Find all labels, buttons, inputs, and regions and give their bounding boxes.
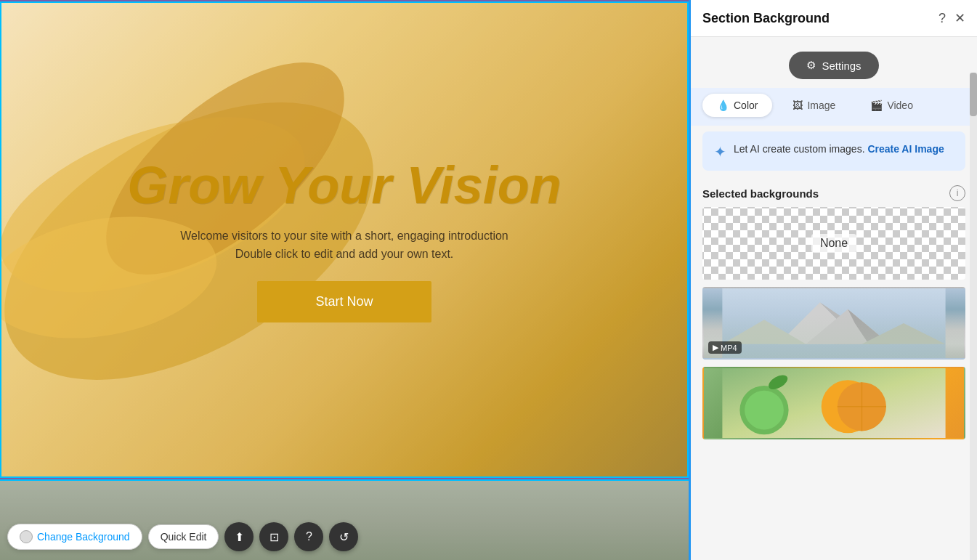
svg-marker-9 — [722, 320, 806, 344]
panel-header-icons: ? ✕ — [939, 10, 965, 26]
help-button[interactable]: ? — [294, 522, 323, 551]
panel-header: Section Background ? ✕ — [691, 0, 977, 37]
right-panel: Section Background ? ✕ ⚙ Settings 💧 Colo… — [689, 0, 977, 560]
tab-color[interactable]: 💧 Color — [702, 94, 772, 117]
ai-banner: ✦ Let AI create custom images. Create AI… — [702, 131, 965, 171]
svg-marker-10 — [862, 323, 945, 344]
change-background-button[interactable]: Change Background — [7, 524, 142, 550]
svg-rect-4 — [722, 288, 945, 358]
selected-backgrounds-title: Selected backgrounds — [702, 187, 819, 200]
toggle-dot — [20, 530, 33, 543]
settings2-button[interactable]: ↺ — [329, 522, 358, 551]
help-icon: ? — [306, 530, 312, 543]
hero-content: Grow Your Vision Welcome visitors to you… — [127, 157, 561, 322]
ai-sparkle-icon: ✦ — [714, 143, 726, 161]
selected-backgrounds-header: Selected backgrounds i — [691, 176, 977, 207]
background-item-mountain[interactable]: ▶ MP4 — [702, 287, 965, 360]
question-icon: ? — [939, 11, 946, 25]
canvas-area: Grow Your Vision Welcome visitors to you… — [0, 0, 689, 560]
background-item-none[interactable]: None — [702, 207, 965, 280]
video-icon: 🎬 — [870, 100, 883, 111]
panel-title: Section Background — [702, 11, 830, 26]
quick-edit-button[interactable]: Quick Edit — [148, 524, 219, 549]
layers-icon: ⬆ — [235, 530, 244, 544]
panel-close-button[interactable]: ✕ — [954, 10, 965, 26]
citrus-bg-svg — [704, 368, 964, 438]
mountain-bg-svg — [704, 288, 964, 358]
svg-marker-8 — [848, 309, 890, 344]
ai-banner-main-text: Let AI create custom images. — [734, 143, 865, 155]
panel-scrollbar-track[interactable] — [970, 73, 977, 560]
svg-marker-7 — [806, 309, 890, 344]
tab-image[interactable]: 🖼 Image — [778, 94, 850, 117]
svg-point-13 — [745, 391, 784, 430]
tab-video-label: Video — [887, 100, 913, 111]
settings-area: ⚙ Settings — [691, 37, 977, 88]
tab-color-label: Color — [734, 100, 758, 111]
panel-scrollbar-thumb[interactable] — [970, 73, 977, 116]
start-now-button[interactable]: Start Now — [257, 281, 431, 322]
crop-icon: ⊡ — [269, 530, 279, 544]
background-none-label: None — [811, 234, 856, 253]
bottom-toolbar: Change Background Quick Edit ⬆ ⊡ ? ↺ — [7, 522, 358, 551]
background-item-citrus[interactable] — [702, 367, 965, 439]
tab-video[interactable]: 🎬 Video — [856, 94, 928, 117]
background-list[interactable]: None ▶ MP4 — [691, 207, 977, 560]
video-badge: ▶ MP4 — [708, 341, 742, 354]
info-icon: i — [957, 188, 959, 198]
tab-row: 💧 Color 🖼 Image 🎬 Video — [691, 88, 977, 126]
play-icon: ▶ — [713, 343, 718, 352]
settings-label: Settings — [822, 60, 861, 72]
close-icon: ✕ — [954, 11, 965, 25]
tab-image-label: Image — [807, 100, 835, 111]
panel-help-button[interactable]: ? — [939, 11, 946, 26]
hero-subtitle-line2: Double click to edit and add your own te… — [235, 248, 454, 260]
change-bg-label: Change Background — [37, 531, 130, 543]
ai-banner-text: Let AI create custom images. Create AI I… — [734, 142, 944, 157]
settings-button[interactable]: ⚙ Settings — [789, 52, 878, 79]
crop-button[interactable]: ⊡ — [259, 522, 288, 551]
hero-title: Grow Your Vision — [127, 157, 561, 214]
info-icon-button[interactable]: i — [949, 185, 965, 201]
droplet-icon: 💧 — [717, 100, 729, 111]
image-icon: 🖼 — [792, 100, 803, 111]
layers-button[interactable]: ⬆ — [224, 522, 254, 551]
video-badge-text: MP4 — [721, 344, 737, 352]
gear-icon: ⚙ — [806, 59, 816, 72]
hero-subtitle-line1: Welcome visitors to your site with a sho… — [180, 230, 508, 242]
settings2-icon: ↺ — [339, 530, 349, 544]
hero-section: Grow Your Vision Welcome visitors to you… — [0, 0, 689, 479]
hero-subtitle: Welcome visitors to your site with a sho… — [180, 227, 508, 264]
create-ai-image-link[interactable]: Create AI Image — [867, 143, 944, 155]
